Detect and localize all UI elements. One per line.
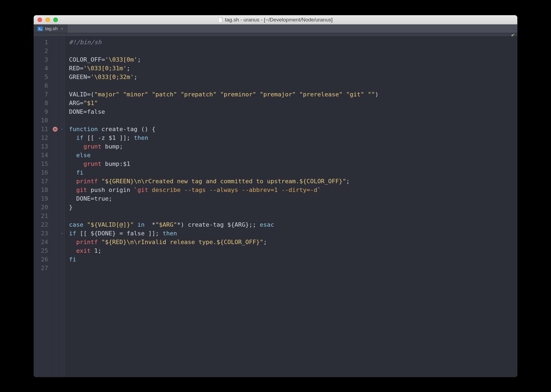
code-line[interactable]: grunt bump; — [69, 142, 517, 151]
line-number: 18 — [34, 186, 48, 194]
file-tab[interactable]: tag.sh × — [34, 24, 67, 33]
marker-gutter: m — [51, 36, 59, 377]
code-line[interactable]: COLOR_OFF='\033[0m'; — [69, 55, 517, 64]
fold-toggle-icon[interactable]: ▾ — [60, 127, 64, 131]
line-number: 1 — [34, 38, 48, 47]
line-number: 10 — [34, 116, 48, 125]
line-number: 9 — [34, 108, 48, 116]
line-number: 15 — [34, 160, 48, 168]
window-title: tag.sh - uranus - [~/Development/Node/ur… — [34, 17, 517, 23]
code-line[interactable]: VALID=("major" "minor" "patch" "prepatch… — [69, 90, 517, 99]
code-line[interactable]: DONE=false — [69, 108, 517, 116]
code-line[interactable]: GREEN='\033[0;32m'; — [69, 73, 517, 81]
code-line[interactable]: fi — [69, 255, 517, 264]
window-title-text: tag.sh - uranus - [~/Development/Node/ur… — [225, 17, 333, 23]
line-number: 3 — [34, 55, 48, 64]
code-line[interactable]: git push origin `git describe --tags --a… — [69, 186, 517, 194]
code-line[interactable]: if [[ -z $1 ]]; then — [69, 134, 517, 142]
code-line[interactable]: case "${VALID[@]}" in *"$ARG"*) create-t… — [69, 220, 517, 229]
code-line[interactable]: fi — [69, 168, 517, 177]
shell-file-icon — [37, 27, 43, 31]
line-number: 8 — [34, 99, 48, 108]
document-icon — [218, 17, 223, 22]
line-number: 5 — [34, 73, 48, 81]
file-tab-label: tag.sh — [45, 26, 58, 31]
line-number-gutter: 1234567891011121314151617181920212223242… — [34, 36, 51, 377]
tab-bar: tag.sh × — [34, 24, 517, 33]
code-line[interactable]: exit 1; — [69, 246, 517, 255]
line-number: 19 — [34, 194, 48, 203]
line-number: 17 — [34, 177, 48, 186]
code-line[interactable] — [69, 81, 517, 90]
fold-gutter: ▾▾ — [59, 36, 65, 377]
code-line[interactable] — [69, 47, 517, 55]
close-tab-icon[interactable]: × — [61, 26, 63, 31]
line-number: 24 — [34, 238, 48, 246]
line-number: 14 — [34, 151, 48, 160]
line-number: 23 — [34, 229, 48, 238]
code-line[interactable] — [69, 116, 517, 125]
code-line[interactable] — [69, 264, 517, 273]
titlebar: tag.sh - uranus - [~/Development/Node/ur… — [34, 15, 517, 24]
line-number: 2 — [34, 47, 48, 55]
minimize-window-button[interactable] — [45, 17, 50, 22]
code-area[interactable]: #!/bin/shCOLOR_OFF='\033[0m';RED='\033[0… — [65, 36, 517, 377]
fold-toggle-icon[interactable]: ▾ — [60, 232, 64, 235]
code-line[interactable]: #!/bin/sh — [69, 38, 517, 47]
code-line[interactable]: printf "${RED}\n\rInvalid release type.$… — [69, 238, 517, 246]
line-number: 21 — [34, 212, 48, 220]
code-editor[interactable]: 1234567891011121314151617181920212223242… — [34, 36, 517, 377]
close-window-button[interactable] — [37, 17, 42, 22]
zoom-window-button[interactable] — [53, 17, 58, 22]
code-line[interactable]: grunt bump:$1 — [69, 160, 517, 168]
code-line[interactable]: ARG="$1" — [69, 99, 517, 108]
code-line[interactable]: } — [69, 203, 517, 212]
code-line[interactable]: if [[ ${DONE} = false ]]; then — [69, 229, 517, 238]
code-line[interactable]: DONE=true; — [69, 194, 517, 203]
editor-window: tag.sh - uranus - [~/Development/Node/ur… — [33, 15, 518, 377]
code-line[interactable]: function create-tag () { — [69, 125, 517, 134]
breakpoint-marker[interactable]: m — [53, 127, 58, 132]
line-number: 4 — [34, 64, 48, 73]
line-number: 6 — [34, 81, 48, 90]
line-number: 16 — [34, 168, 48, 177]
line-number: 25 — [34, 246, 48, 255]
code-line[interactable]: else — [69, 151, 517, 160]
line-number: 11 — [34, 125, 48, 134]
inspection-ok-icon: ✔ — [511, 33, 515, 38]
line-number: 12 — [34, 134, 48, 142]
code-line[interactable] — [69, 212, 517, 220]
line-number: 13 — [34, 142, 48, 151]
line-number: 7 — [34, 90, 48, 99]
code-line[interactable]: printf "${GREEN}\n\rCreated new tag and … — [69, 177, 517, 186]
inspection-strip: ✔ — [34, 33, 517, 36]
line-number: 27 — [34, 264, 48, 273]
window-controls — [37, 17, 58, 22]
line-number: 20 — [34, 203, 48, 212]
code-line[interactable]: RED='\033[0;31m'; — [69, 64, 517, 73]
line-number: 26 — [34, 255, 48, 264]
line-number: 22 — [34, 220, 48, 229]
